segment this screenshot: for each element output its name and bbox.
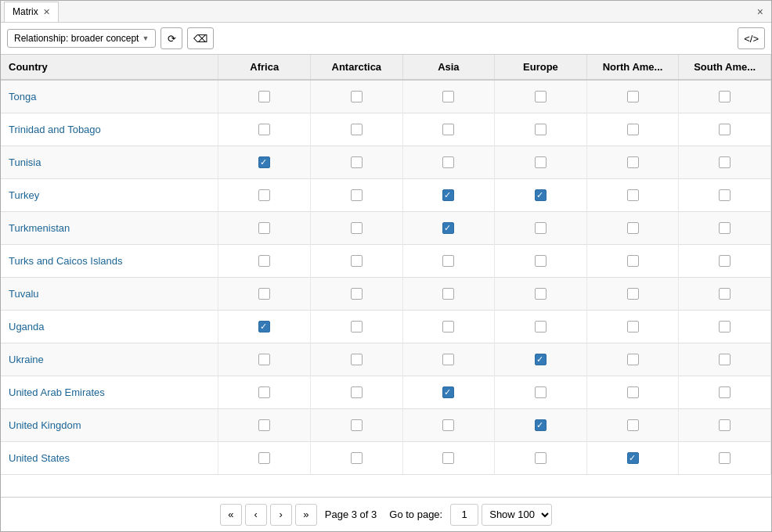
- checkbox-asia[interactable]: [442, 222, 454, 234]
- checkbox-antarctica[interactable]: [351, 91, 363, 102]
- checkbox-africa[interactable]: [258, 255, 270, 267]
- checkbox-north_america[interactable]: [627, 222, 639, 234]
- country-link[interactable]: Turkey: [9, 189, 39, 201]
- cell-asia: [402, 178, 495, 211]
- checkbox-asia[interactable]: [442, 288, 454, 300]
- checkbox-europe[interactable]: [535, 386, 547, 398]
- cell-asia: [402, 113, 495, 146]
- tab-close-icon[interactable]: ✕: [43, 8, 50, 16]
- country-link[interactable]: Uganda: [9, 321, 45, 332]
- checkbox-antarctica[interactable]: [351, 354, 363, 365]
- checkbox-south_america[interactable]: [719, 255, 731, 267]
- country-link[interactable]: Turks and Caicos Islands: [9, 255, 122, 267]
- show-per-page-select[interactable]: Show 10 Show 25 Show 50 Show 100: [482, 504, 552, 526]
- checkbox-asia[interactable]: [442, 124, 454, 135]
- country-link[interactable]: Tuvalu: [9, 288, 39, 300]
- checkbox-antarctica[interactable]: [351, 288, 363, 300]
- country-link[interactable]: United States: [9, 452, 70, 464]
- checkbox-europe[interactable]: [535, 189, 547, 201]
- checkbox-north_america[interactable]: [627, 124, 639, 135]
- checkbox-africa[interactable]: [258, 222, 270, 234]
- matrix-tab[interactable]: Matrix ✕: [4, 2, 59, 22]
- relationship-dropdown[interactable]: Relationship: broader concept: [7, 29, 156, 48]
- checkbox-south_america[interactable]: [719, 452, 731, 464]
- checkbox-antarctica[interactable]: [351, 452, 363, 464]
- checkbox-south_america[interactable]: [719, 321, 731, 332]
- next-page-button[interactable]: ›: [270, 504, 292, 526]
- prev-page-button[interactable]: ‹: [245, 504, 267, 526]
- checkbox-asia[interactable]: [442, 321, 454, 332]
- goto-page-input[interactable]: [450, 504, 478, 526]
- checkbox-europe[interactable]: [535, 255, 547, 267]
- checkbox-north_america[interactable]: [627, 419, 639, 431]
- checkbox-africa[interactable]: [258, 386, 270, 398]
- checkbox-europe[interactable]: [535, 124, 547, 135]
- checkbox-south_america[interactable]: [719, 386, 731, 398]
- checkbox-asia[interactable]: [442, 386, 454, 398]
- checkbox-africa[interactable]: [258, 288, 270, 300]
- country-link[interactable]: Turkmenistan: [9, 222, 70, 234]
- checkbox-north_america[interactable]: [627, 386, 639, 398]
- checkbox-antarctica[interactable]: [351, 255, 363, 267]
- checkbox-asia[interactable]: [442, 255, 454, 267]
- checkbox-north_america[interactable]: [627, 288, 639, 300]
- checkbox-africa[interactable]: [258, 124, 270, 135]
- window-close-icon[interactable]: ×: [752, 4, 768, 20]
- clear-button[interactable]: ⌫: [187, 27, 214, 49]
- checkbox-antarctica[interactable]: [351, 156, 363, 168]
- checkbox-south_america[interactable]: [719, 288, 731, 300]
- checkbox-antarctica[interactable]: [351, 321, 363, 332]
- first-page-button[interactable]: «: [220, 504, 242, 526]
- last-page-button[interactable]: »: [295, 504, 317, 526]
- checkbox-asia[interactable]: [442, 189, 454, 201]
- checkbox-north_america[interactable]: [627, 156, 639, 168]
- checkbox-south_america[interactable]: [719, 156, 731, 168]
- checkbox-africa[interactable]: [258, 91, 270, 102]
- checkbox-asia[interactable]: [442, 354, 454, 365]
- country-link[interactable]: Tonga: [9, 91, 36, 102]
- checkbox-europe[interactable]: [535, 452, 547, 464]
- checkbox-antarctica[interactable]: [351, 189, 363, 201]
- country-link[interactable]: Ukraine: [9, 354, 44, 365]
- checkbox-north_america[interactable]: [627, 321, 639, 332]
- checkbox-asia[interactable]: [442, 452, 454, 464]
- checkbox-africa[interactable]: [258, 354, 270, 365]
- country-link[interactable]: Tunisia: [9, 156, 41, 168]
- checkbox-antarctica[interactable]: [351, 419, 363, 431]
- checkbox-antarctica[interactable]: [351, 386, 363, 398]
- checkbox-antarctica[interactable]: [351, 222, 363, 234]
- checkbox-africa[interactable]: [258, 189, 270, 201]
- checkbox-africa[interactable]: [258, 156, 270, 168]
- checkbox-south_america[interactable]: [719, 419, 731, 431]
- checkbox-asia[interactable]: [442, 156, 454, 168]
- checkbox-asia[interactable]: [442, 419, 454, 431]
- checkbox-europe[interactable]: [535, 222, 547, 234]
- country-link[interactable]: United Arab Emirates: [9, 386, 105, 398]
- country-link[interactable]: Trinidad and Tobago: [9, 124, 101, 135]
- checkbox-africa[interactable]: [258, 452, 270, 464]
- checkbox-north_america[interactable]: [627, 255, 639, 267]
- code-button[interactable]: </>: [738, 27, 765, 49]
- checkbox-europe[interactable]: [535, 156, 547, 168]
- checkbox-north_america[interactable]: [627, 189, 639, 201]
- checkbox-europe[interactable]: [535, 354, 547, 365]
- checkbox-south_america[interactable]: [719, 222, 731, 234]
- checkbox-africa[interactable]: [258, 419, 270, 431]
- checkbox-north_america[interactable]: [627, 354, 639, 365]
- checkbox-antarctica[interactable]: [351, 124, 363, 135]
- checkbox-europe[interactable]: [535, 419, 547, 431]
- checkbox-africa[interactable]: [258, 321, 270, 332]
- checkbox-south_america[interactable]: [719, 189, 731, 201]
- checkbox-europe[interactable]: [535, 288, 547, 300]
- country-link[interactable]: United Kingdom: [9, 419, 81, 431]
- table-scroll-area[interactable]: Country Africa Antarctica Asia Europe No…: [1, 55, 771, 497]
- checkbox-europe[interactable]: [535, 321, 547, 332]
- checkbox-south_america[interactable]: [719, 91, 731, 102]
- checkbox-north_america[interactable]: [627, 452, 639, 464]
- checkbox-south_america[interactable]: [719, 354, 731, 365]
- refresh-button[interactable]: ⟳: [161, 27, 182, 49]
- checkbox-north_america[interactable]: [627, 91, 639, 102]
- checkbox-south_america[interactable]: [719, 124, 731, 135]
- checkbox-europe[interactable]: [535, 91, 547, 102]
- checkbox-asia[interactable]: [442, 91, 454, 102]
